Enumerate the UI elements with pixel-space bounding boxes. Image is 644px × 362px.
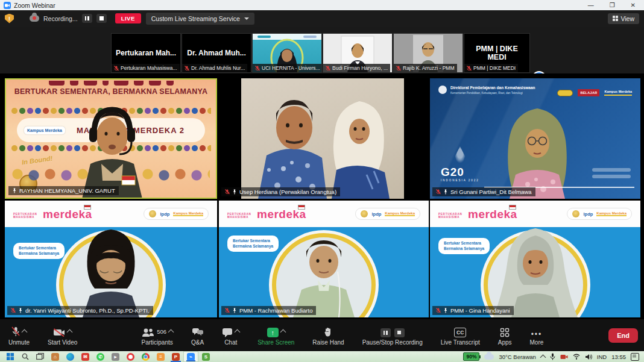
unmute-button[interactable]: Unmute	[6, 319, 32, 351]
merdeka-logo: merdeka	[257, 209, 306, 219]
language-indicator[interactable]: IND	[597, 354, 607, 360]
weather-text[interactable]: 30°C Berawan	[499, 354, 535, 360]
muted-mic-icon	[467, 66, 472, 71]
video-tile-sri[interactable]: Direktorat Pembelajaran dan Kemahasiswaa…	[430, 78, 640, 199]
belajar-logo: BELAJAR	[578, 89, 599, 96]
stop-recording-icon[interactable]	[394, 328, 405, 337]
tray-camera-icon[interactable]	[560, 354, 568, 360]
thumb-label: Rajib K. Arruzzi - PMM	[403, 65, 455, 71]
unmute-options-chevron[interactable]	[22, 329, 28, 335]
pause-recording-icon[interactable]	[380, 328, 391, 337]
video-options-chevron[interactable]	[67, 329, 73, 335]
cc-icon: CC	[454, 328, 466, 337]
participant-name: Sri Gunani Partiwi_Dit Belmawa	[450, 189, 532, 195]
sponsor-logos: lpdp Kampus Merdeka	[355, 208, 420, 220]
video-grid: BERTUKAR SEMENTARA, BERMAKNA SELAMANYA K…	[0, 73, 644, 319]
live-stream-service-dropdown[interactable]: Custom Live Streaming Service	[146, 13, 254, 25]
taskbar-app-chrome[interactable]	[138, 351, 153, 362]
filmstrip-tile-pmm-dike[interactable]: PMM | DIKE MEDI PMM | DIKE MEDI	[464, 33, 530, 73]
tray-expand-chevron[interactable]	[540, 355, 546, 361]
taskbar-app-mail[interactable]: ✉	[78, 351, 93, 362]
start-button[interactable]	[2, 351, 17, 362]
share-options-chevron[interactable]	[280, 329, 286, 335]
filmstrip-tile-rajib[interactable]: Rajib K. Arruzzi - PMM	[393, 33, 463, 73]
taskbar-app-docs[interactable]: ≡	[153, 351, 168, 362]
in-bound-script-text: In Bound!	[21, 154, 52, 166]
video-tile-rachmawan[interactable]: PERTUKARAN MAHASISWA merdeka lpdp Kampus…	[219, 201, 429, 317]
kampus-merdeka-logo: Kampus Merdeka	[385, 211, 415, 217]
video-tile-usep[interactable]: Usep Herdiana (Perwakilan Orangtua)	[219, 78, 429, 199]
muted-mic-icon	[114, 66, 119, 71]
filmstrip-tile-pertukaran[interactable]: Pertukaran Mah... Pertukaran Mahasiswa..…	[111, 33, 181, 73]
filmstrip-tile-budi[interactable]: Budi Firman Haryono, ...	[323, 33, 393, 73]
chat-options-chevron[interactable]	[235, 329, 241, 335]
more-icon: •••	[531, 331, 543, 337]
filmstrip-tile-ahmad[interactable]: Dr. Ahmad Muh... Dr. Ahmad Muhlis Nur...	[182, 33, 251, 73]
g20-text: G20	[441, 166, 479, 179]
pause-recording-button[interactable]	[82, 14, 92, 23]
video-tile-rayhan[interactable]: BERTUKAR SEMENTARA, BERMAKNA SELAMANYA K…	[5, 78, 217, 199]
pinned-icon	[12, 188, 17, 193]
close-button[interactable]: ✕	[631, 2, 636, 8]
taskbar-app-zoom[interactable]: ⌁	[183, 351, 198, 362]
view-button[interactable]: View	[608, 13, 639, 24]
pinned-icon	[232, 308, 237, 313]
kemdikbud-logo	[149, 210, 156, 217]
share-screen-button[interactable]: ↑ Share Screen	[255, 319, 297, 351]
kemdikbud-logo	[361, 210, 368, 217]
live-badge: LIVE	[115, 13, 141, 23]
video-tile-gina[interactable]: PERTUKARAN MAHASISWA merdeka lpdp Kampus…	[430, 201, 640, 317]
taskbar-app-powerpoint[interactable]: P	[168, 351, 183, 362]
stop-recording-button[interactable]	[96, 14, 107, 23]
start-video-button[interactable]: Start Video	[45, 319, 80, 351]
directorate-subtitle: Kementerian Pendidikan, Kebudayaan, Rise…	[450, 92, 523, 95]
participants-button[interactable]: 506 Participants	[139, 319, 175, 351]
battery-indicator[interactable]: 90%	[463, 352, 479, 361]
merdeka-header: PERTUKARAN MAHASISWA merdeka lpdp Kampus…	[219, 201, 429, 227]
qa-button[interactable]: Q&A	[189, 319, 206, 351]
taskbar-app-sublime[interactable]: S	[198, 351, 213, 362]
participants-icon	[141, 328, 154, 337]
taskbar-app-edge[interactable]	[63, 351, 78, 362]
live-transcript-button[interactable]: CC Live Transcript	[438, 319, 482, 351]
search-button[interactable]	[17, 351, 33, 362]
minimize-button[interactable]: —	[588, 2, 594, 8]
view-grid-icon	[613, 16, 618, 21]
apps-button[interactable]: Apps	[496, 319, 514, 351]
merdeka-header: PERTUKARAN MAHASISWA merdeka lpdp Kampus…	[430, 201, 640, 227]
muted-mic-icon	[396, 66, 401, 71]
participant-avatar	[54, 227, 168, 317]
windows-logo-icon	[7, 353, 14, 360]
speaker-icon[interactable]	[585, 354, 592, 360]
more-button[interactable]: ••• More	[528, 319, 546, 351]
task-view-button[interactable]	[33, 351, 48, 362]
chat-button[interactable]: Chat	[219, 319, 242, 351]
meeting-control-bar: Unmute Start Video 506 Participants Q&A	[0, 319, 644, 351]
raise-hand-icon	[324, 327, 332, 337]
encryption-shield-icon[interactable]: !	[5, 14, 14, 23]
participant-nameplate: Sri Gunani Partiwi_Dit Belmawa	[432, 187, 535, 196]
tray-mic-icon[interactable]	[550, 353, 555, 360]
participant-nameplate: PMM - Gina Handayani	[432, 306, 514, 315]
taskbar-app-files[interactable]: ⌂	[48, 351, 63, 362]
participant-name: RAYHAN HELMYANA_UNIV. GARUT	[19, 187, 115, 194]
participant-name: PMM - Gina Handayani	[450, 307, 510, 314]
speaker-avatar	[64, 96, 160, 199]
weather-cloud-icon	[484, 354, 494, 360]
filmstrip-tile-uci[interactable]: UCI HERNITA - Univers...	[252, 33, 322, 73]
taskbar-app-whatsapp[interactable]: ✆	[93, 351, 108, 362]
participants-options-chevron[interactable]	[168, 329, 174, 335]
taskbar-app-video[interactable]: ▸	[108, 351, 123, 362]
clock[interactable]: 13:55	[611, 354, 626, 360]
wifi-icon[interactable]	[573, 354, 580, 360]
video-tile-yanri[interactable]: PERTUKARAN MAHASISWA merdeka lpdp Kampus…	[5, 201, 217, 317]
raise-hand-button[interactable]: Raise Hand	[310, 319, 346, 351]
action-center-icon[interactable]	[631, 353, 639, 361]
pause-stop-recording-button[interactable]: Pause/Stop Recording	[360, 319, 425, 351]
participant-nameplate: dr. Yanri Wijayanti Subronto, Ph.D., Sp.…	[7, 306, 153, 315]
taskbar-app-opera[interactable]	[123, 351, 138, 362]
maximize-button[interactable]: ❐	[610, 2, 615, 8]
end-meeting-button[interactable]: End	[608, 328, 638, 343]
sponsor-logos: lpdp Kampus Merdeka	[144, 208, 209, 220]
merdeka-header: PERTUKARAN MAHASISWA merdeka lpdp Kampus…	[5, 201, 217, 227]
